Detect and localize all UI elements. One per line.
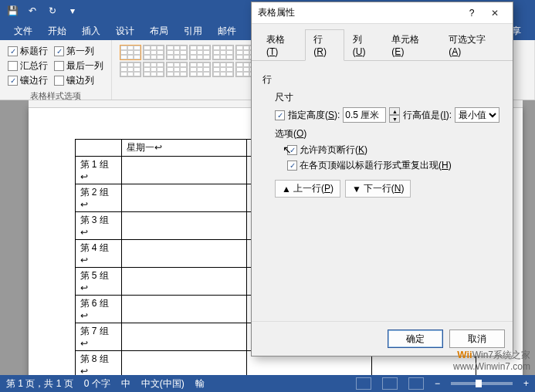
tab-row[interactable]: 行(R) [305,29,344,61]
status-language[interactable]: 中文(中国) [141,377,185,390]
tab-column[interactable]: 列(U) [344,29,384,61]
view-read-icon[interactable] [356,377,371,390]
tab-table[interactable]: 表格(T) [258,29,305,61]
dialog-body: 行 尺寸 ✓ 指定高度(S): ▲▼ 行高值是(I): 最小值 选项(O) ✓ … [252,61,513,321]
tab-insert[interactable]: 插入 [74,22,108,40]
down-triangle-icon: ▼ [352,184,361,194]
view-web-icon[interactable] [408,377,424,390]
help-icon[interactable]: ? [460,8,483,19]
tab-layout[interactable]: 布局 [142,22,176,40]
row-height-is-label: 行高值是(I): [403,109,452,122]
opt-header-row[interactable]: 标题行 [20,45,48,58]
opt-banded-col[interactable]: 镶边列 [66,74,94,87]
quick-access-toolbar: 💾 ↶ ↻ ▾ [3,2,82,20]
status-page[interactable]: 第 1 页，共 1 页 [6,377,73,390]
save-icon[interactable]: 💾 [3,2,22,20]
tab-references[interactable]: 引用 [176,22,210,40]
check-icon[interactable]: ✓ [8,76,18,86]
height-input[interactable] [343,107,386,123]
dialog-buttons: 确定 取消 [252,321,513,356]
checkbox[interactable] [8,61,18,71]
tab-design[interactable]: 设计 [108,22,142,40]
undo-icon[interactable]: ↶ [23,2,42,20]
dialog-tabs: 表格(T) 行(R) 列(U) 单元格(E) 可选文字(A) [252,24,513,61]
next-row-button[interactable]: ▼下一行(N) [345,180,411,198]
tab-file[interactable]: 文件 [6,22,40,40]
height-spinner[interactable]: ▲▼ [389,107,400,123]
status-ime[interactable]: 輸 [195,377,205,390]
dialog-titlebar[interactable]: 表格属性 ? ✕ [252,2,513,24]
table-properties-dialog: 表格属性 ? ✕ 表格(T) 行(R) 列(U) 单元格(E) 可选文字(A) … [251,2,513,357]
options-label: 选项(O) [275,127,502,140]
check-icon[interactable]: ✓ [275,110,285,120]
table-header[interactable]: 星期一↩ [121,140,246,157]
status-words[interactable]: 0 个字 [84,377,110,390]
zoom-out-icon[interactable]: − [435,378,440,389]
close-icon[interactable]: ✕ [483,8,506,19]
tab-mailings[interactable]: 邮件 [210,22,244,40]
opt-first-col[interactable]: 第一列 [66,45,94,58]
dialog-title: 表格属性 [258,6,460,19]
table-header[interactable] [75,140,121,157]
ok-button[interactable]: 确定 [388,329,443,348]
opt-last-col[interactable]: 最后一列 [66,59,103,73]
check-icon[interactable]: ✓ [287,161,297,171]
specify-height-label: 指定高度(S): [288,109,340,122]
redo-icon[interactable]: ↻ [43,2,62,20]
repeat-header-label[interactable]: 在各页顶端以标题行形式重复出现(H) [300,159,452,172]
checkbox[interactable] [54,76,64,86]
status-lang-icon[interactable]: 中 [121,377,130,390]
zoom-slider[interactable] [451,382,513,385]
tab-alt-text[interactable]: 可选文字(A) [440,29,506,61]
checkbox[interactable] [54,61,64,71]
row-section-label: 行 [262,73,502,86]
statusbar: 第 1 页，共 1 页 0 个字 中 中文(中国) 輸 − + [0,375,535,392]
size-label: 尺寸 [275,91,502,104]
group-table-style-options: ✓标题行 汇总行 ✓镶边行 ✓第一列 最后一列 镶边列 表格样式选项 [0,40,112,100]
row-height-select[interactable]: 最小值 [455,107,499,123]
allow-break-label[interactable]: 允许跨页断行(K) [300,144,367,157]
tab-cell[interactable]: 单元格(E) [383,29,440,61]
spin-down-icon[interactable]: ▼ [389,115,400,123]
spin-up-icon[interactable]: ▲ [389,107,400,115]
tab-home[interactable]: 开始 [40,22,74,40]
prev-row-button[interactable]: ▲上一行(P) [275,180,340,198]
cancel-button[interactable]: 取消 [449,329,505,348]
opt-banded-row[interactable]: 镶边行 [20,74,48,87]
opt-total-row[interactable]: 汇总行 [20,59,48,73]
qat-dropdown-icon[interactable]: ▾ [63,2,82,20]
check-icon[interactable]: ✓ [54,46,64,56]
view-print-icon[interactable] [382,377,398,390]
check-icon[interactable]: ✓ [287,145,297,155]
zoom-in-icon[interactable]: + [523,378,529,389]
check-icon[interactable]: ✓ [8,46,18,56]
up-triangle-icon: ▲ [282,184,291,194]
